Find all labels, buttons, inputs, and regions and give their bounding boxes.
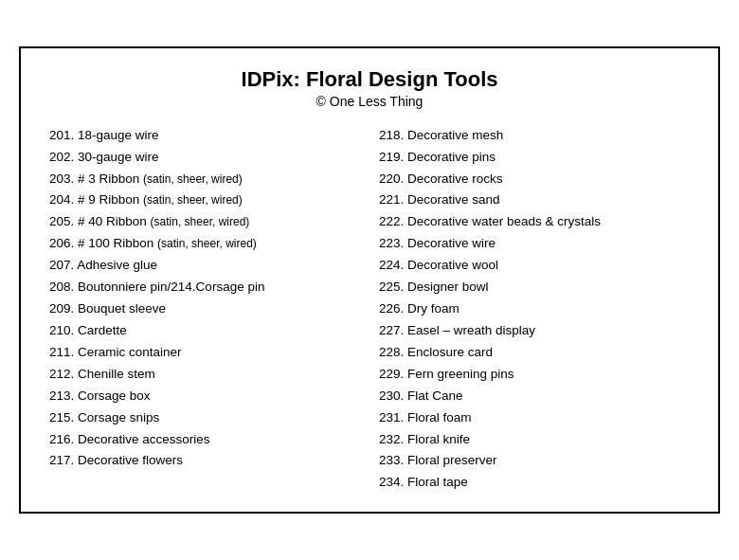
list-item: 207. Adhesive glue [49, 256, 360, 276]
list-item: 217. Decorative flowers [49, 451, 360, 471]
list-item: 225. Designer bowl [379, 278, 690, 298]
list-item: 204. # 9 Ribbon (satin, sheer, wired) [49, 190, 360, 210]
page-subtitle: © One Less Thing [49, 94, 690, 109]
list-item: 224. Decorative wool [379, 256, 690, 276]
list-item: 230. Flat Cane [379, 387, 690, 406]
list-item: 220. Decorative rocks [379, 170, 690, 190]
list-item: 210. Cardette [49, 321, 360, 341]
list-item: 206. # 100 Ribbon (satin, sheer, wired) [49, 234, 360, 254]
list-item: 201. 18-gauge wire [49, 126, 360, 146]
list-item: 218. Decorative mesh [379, 126, 690, 146]
list-item: 216. Decorative accessories [49, 430, 360, 450]
list-item: 229. Fern greening pins [379, 365, 690, 385]
list-item: 211. Ceramic container [49, 343, 360, 363]
list-item: 219. Decorative pins [379, 148, 690, 168]
list-item: 232. Floral knife [379, 430, 690, 450]
list-item: 205. # 40 Ribbon (satin, sheer, wired) [49, 212, 360, 232]
list-item: 223. Decorative wire [379, 234, 690, 254]
list-item: 213. Corsage box [49, 387, 360, 406]
page-container: IDPix: Floral Design Tools © One Less Th… [19, 46, 720, 515]
list-item: 234. Floral tape [379, 473, 690, 493]
list-item: 231. Floral foam [379, 408, 690, 428]
list-item: 227. Easel – wreath display [379, 321, 690, 341]
list-item: 226. Dry foam [379, 299, 690, 319]
page-title: IDPix: Floral Design Tools [49, 67, 690, 92]
header: IDPix: Floral Design Tools © One Less Th… [49, 67, 690, 109]
list-item: 202. 30-gauge wire [49, 148, 360, 168]
list-item: 233. Floral preserver [379, 451, 690, 471]
list-item: 212. Chenille stem [49, 365, 360, 385]
list-item: 209. Bouquet sleeve [49, 299, 360, 319]
left-column: 201. 18-gauge wire202. 30-gauge wire203.… [49, 126, 360, 494]
list-item: 221. Decorative sand [379, 190, 690, 210]
list-item: 228. Enclosure card [379, 343, 690, 363]
right-column: 218. Decorative mesh219. Decorative pins… [379, 126, 690, 494]
content-area: 201. 18-gauge wire202. 30-gauge wire203.… [49, 126, 690, 494]
list-item: 222. Decorative water beads & crystals [379, 212, 690, 232]
list-item: 215. Corsage snips [49, 408, 360, 428]
list-item: 203. # 3 Ribbon (satin, sheer, wired) [49, 170, 360, 190]
list-item: 208. Boutonniere pin/214.Corsage pin [49, 278, 360, 298]
